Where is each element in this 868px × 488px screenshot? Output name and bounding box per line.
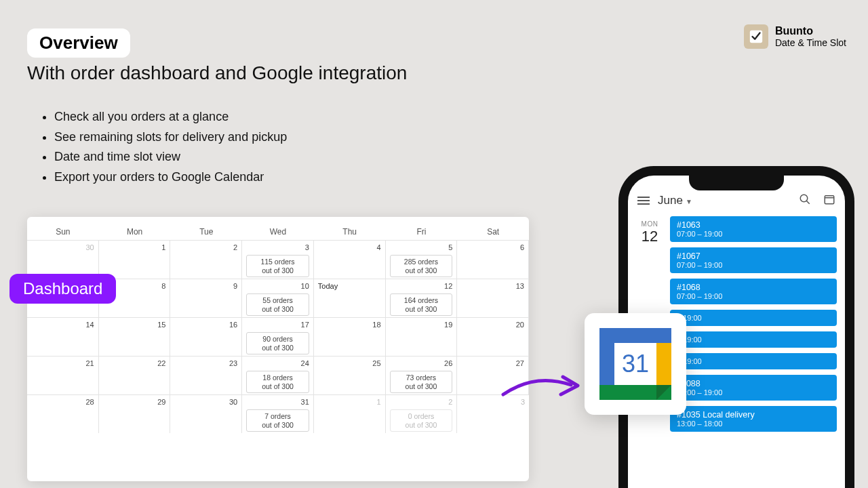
day-number: 3 (305, 243, 309, 251)
bullet-item: See remaining slots for delivery and pic… (54, 127, 287, 148)
dashboard-calendar: SunMonTueWedThuFriSat 30123115 ordersout… (27, 217, 529, 481)
calendar-cell[interactable]: 20 ordersout of 300 (386, 394, 458, 433)
calendar-cell[interactable]: 29 (99, 394, 171, 433)
calendar-cell[interactable]: 18 (314, 317, 386, 356)
calendar-cell[interactable]: 13 (457, 279, 529, 317)
weekday-header: Fri (386, 224, 458, 240)
day-number: 4 (376, 243, 380, 251)
calendar-event[interactable]: – 19:00 (670, 310, 837, 326)
calendar-cell[interactable]: 25 (314, 356, 386, 394)
day-number: 17 (301, 321, 309, 329)
calendar-event[interactable]: #106307:00 – 19:00 (670, 216, 837, 242)
calendar-cell[interactable]: 20 (457, 317, 529, 356)
bullet-item: Check all you orders at a glance (54, 107, 287, 127)
order-chip[interactable]: 115 ordersout of 300 (246, 255, 309, 277)
calendar-event[interactable]: – 19:00 (670, 331, 837, 348)
svg-rect-3 (825, 196, 834, 204)
calendar-cell[interactable]: 21 (27, 356, 99, 394)
day-number: 28 (85, 398, 94, 406)
calendar-cell[interactable]: 5285 ordersout of 300 (386, 240, 458, 279)
dashboard-badge: Dashboard (9, 274, 116, 304)
today-label: Today (318, 282, 338, 290)
calendar-event[interactable]: – 19:00 (670, 353, 837, 369)
page-subtitle: With order dashboard and Google integrat… (27, 62, 407, 84)
day-number: 20 (516, 321, 524, 329)
day-number: 26 (444, 359, 452, 367)
calendar-cell[interactable]: 14 (27, 317, 99, 356)
month-selector[interactable]: June▼ (658, 194, 692, 207)
calendar-event[interactable]: #1035 Local delivery13:00 – 18:00 (670, 406, 837, 432)
calendar-cell[interactable]: 1055 ordersout of 300 (242, 279, 314, 317)
order-chip[interactable]: 73 ordersout of 300 (390, 371, 453, 393)
day-number: 18 (372, 321, 380, 329)
svg-line-2 (806, 201, 810, 204)
calendar-cell[interactable]: 23 (170, 356, 242, 394)
brand-icon (744, 24, 768, 49)
day-number: 10 (301, 282, 309, 290)
weekday-header: Wed (242, 224, 314, 240)
day-number: 1 (376, 398, 380, 406)
day-number: 8 (161, 282, 165, 290)
calendar-cell[interactable]: 19 (386, 317, 458, 356)
day-number: 5 (448, 243, 452, 251)
day-number: 14 (85, 321, 94, 329)
calendar-cell[interactable]: 28 (27, 394, 99, 433)
calendar-cell[interactable]: 317 ordersout of 300 (242, 394, 314, 433)
order-chip[interactable]: 55 ordersout of 300 (246, 293, 309, 316)
calendar-cell[interactable]: 2418 ordersout of 300 (242, 356, 314, 394)
day-number: 30 (85, 243, 94, 251)
calendar-cell[interactable]: 6 (457, 240, 529, 279)
calendar-cell[interactable]: Today (314, 279, 386, 317)
bullet-item: Export your orders to Google Calendar (54, 167, 287, 188)
calendar-cell[interactable]: 15 (99, 317, 171, 356)
search-icon[interactable] (799, 193, 811, 208)
day-number: 15 (157, 321, 165, 329)
calendar-cell[interactable]: 22 (99, 356, 171, 394)
day-number: 13 (516, 282, 524, 290)
calendar-cell[interactable]: 30 (170, 394, 242, 433)
day-number: 25 (372, 359, 380, 367)
calendar-cell[interactable]: 2673 ordersout of 300 (386, 356, 458, 394)
order-chip[interactable]: 0 ordersout of 300 (390, 409, 453, 432)
order-chip[interactable]: 18 ordersout of 300 (246, 371, 309, 393)
weekday-header: Mon (99, 224, 171, 240)
day-number: 16 (229, 321, 237, 329)
day-number: 29 (157, 398, 165, 406)
weekday-header: Thu (314, 224, 386, 240)
calendar-cell[interactable]: 1 (99, 240, 171, 279)
calendar-cell[interactable]: 30 (27, 240, 99, 279)
calendar-cell[interactable]: 2 (170, 240, 242, 279)
menu-icon[interactable] (637, 200, 650, 201)
calendar-cell[interactable]: 4 (314, 240, 386, 279)
day-number: 31 (301, 398, 309, 406)
feature-bullets: Check all you orders at a glance See rem… (41, 107, 287, 188)
brand-sub: Date & Time Slot (775, 37, 846, 48)
day-number: 1 (161, 243, 165, 251)
weekday-header: Sat (457, 224, 529, 240)
day-number: 19 (444, 321, 452, 329)
day-number: 22 (157, 359, 165, 367)
order-chip[interactable]: 285 ordersout of 300 (390, 255, 453, 277)
order-chip[interactable]: 90 ordersout of 300 (246, 332, 309, 354)
order-chip[interactable]: 164 ordersout of 300 (390, 293, 453, 316)
calendar-cell[interactable]: 3115 ordersout of 300 (242, 240, 314, 279)
today-icon[interactable] (823, 193, 835, 208)
calendar-event[interactable]: #106807:00 – 19:00 (670, 279, 837, 304)
weekday-header: Sun (27, 224, 99, 240)
calendar-cell[interactable]: 16 (170, 317, 242, 356)
brand-block: Buunto Date & Time Slot (744, 24, 846, 49)
gcal-day: 31 (622, 350, 649, 378)
calendar-event[interactable]: #106707:00 – 19:00 (670, 247, 837, 273)
calendar-cell[interactable]: 9 (170, 279, 242, 317)
day-number: 2 (448, 398, 452, 406)
bullet-item: Date and time slot view (54, 147, 287, 167)
calendar-event[interactable]: #108807:00 – 19:00 (670, 375, 837, 401)
order-chip[interactable]: 7 ordersout of 300 (246, 409, 309, 432)
calendar-cell[interactable]: 1790 ordersout of 300 (242, 317, 314, 356)
calendar-cell[interactable]: 1 (314, 394, 386, 433)
overview-badge: Overview (27, 28, 130, 58)
day-number: 2 (233, 243, 237, 251)
weekday-header: Tue (170, 224, 242, 240)
day-number: 9 (233, 282, 237, 290)
calendar-cell[interactable]: 12164 ordersout of 300 (386, 279, 458, 317)
